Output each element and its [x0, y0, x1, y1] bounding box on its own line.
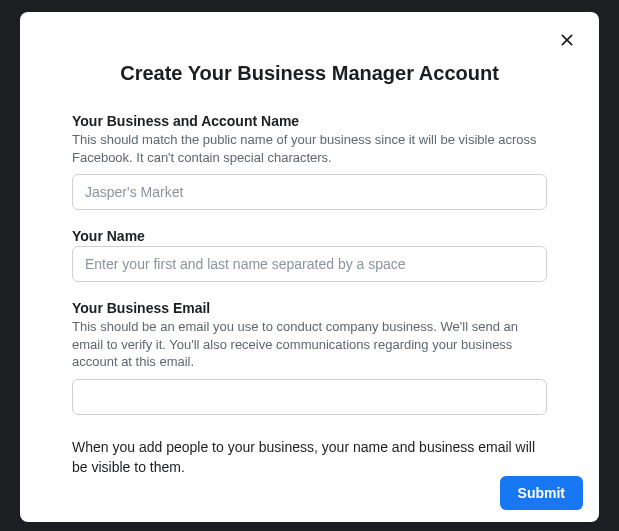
field-your-name: Your Name	[72, 228, 547, 282]
field-business-name: Your Business and Account Name This shou…	[72, 113, 547, 210]
business-name-input[interactable]	[72, 174, 547, 210]
modal-footer: Submit	[500, 476, 583, 510]
business-email-input[interactable]	[72, 379, 547, 415]
field-help-business-email: This should be an email you use to condu…	[72, 318, 547, 371]
modal-title: Create Your Business Manager Account	[72, 62, 547, 85]
your-name-input[interactable]	[72, 246, 547, 282]
create-business-manager-modal: Create Your Business Manager Account You…	[20, 12, 599, 522]
field-label-your-name: Your Name	[72, 228, 547, 244]
field-label-business-email: Your Business Email	[72, 300, 547, 316]
submit-button[interactable]: Submit	[500, 476, 583, 510]
modal-content: Create Your Business Manager Account You…	[20, 12, 599, 477]
close-icon	[559, 32, 575, 48]
field-help-business-name: This should match the public name of you…	[72, 131, 547, 166]
field-label-business-name: Your Business and Account Name	[72, 113, 547, 129]
close-button[interactable]	[557, 30, 577, 50]
field-business-email: Your Business Email This should be an em…	[72, 300, 547, 415]
visibility-note: When you add people to your business, yo…	[72, 437, 547, 478]
